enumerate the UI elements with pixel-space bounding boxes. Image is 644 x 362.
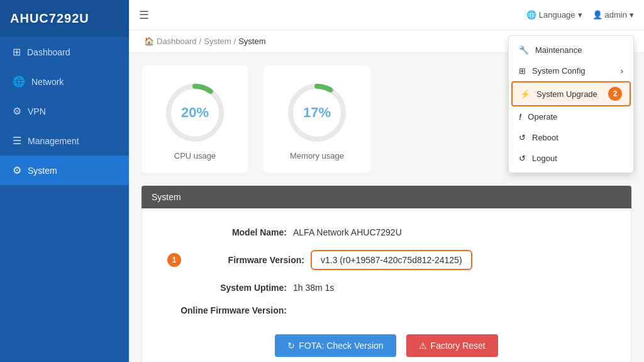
memory-gauge: 17% xyxy=(282,78,352,147)
sidebar-label-dashboard: Dashboard xyxy=(27,47,70,57)
topbar-left: ☰ xyxy=(139,8,149,22)
firmware-row: 1 Firmware Version: v1.3 (r0+19587-420c7… xyxy=(142,244,631,276)
topbar: ☰ 🌐 Language ▾ 👤 admin ▾ 🔧 Maintenance ⊞ xyxy=(129,0,644,30)
operate-label: Operate xyxy=(528,112,557,122)
admin-label: admin xyxy=(605,10,627,20)
vpn-icon: ⚙ xyxy=(13,105,21,117)
sidebar-label-network: Network xyxy=(31,77,64,87)
model-name-row: Model Name: ALFA Network AHUC7292U xyxy=(142,221,631,244)
home-icon: 🏠 xyxy=(144,37,154,46)
network-icon: 🌐 xyxy=(13,76,25,88)
online-firmware-row: Online Firmware Version: xyxy=(142,299,631,322)
logout-icon: ↺ xyxy=(519,154,526,163)
annotation-bubble-2: 2 xyxy=(608,87,622,101)
breadcrumb-system1[interactable]: System xyxy=(204,37,231,46)
management-icon: ☰ xyxy=(13,135,21,147)
fota-label: FOTA: Check Version xyxy=(299,341,383,351)
dropdown-menu: 🔧 Maintenance ⊞ System Config › ⚡ System… xyxy=(508,35,634,173)
memory-gauge-card: 17% Memory usage xyxy=(264,65,370,173)
language-label: Language xyxy=(539,10,575,20)
logout-label: Logout xyxy=(532,154,557,163)
breadcrumb-sep1: / xyxy=(199,37,202,46)
uptime-row: System Uptime: 1h 38m 1s xyxy=(142,276,631,299)
model-name-value: ALFA Network AHUC7292U xyxy=(293,227,402,237)
reboot-label: Reboot xyxy=(532,133,558,142)
dropdown-system-config[interactable]: ⊞ System Config › xyxy=(509,60,633,81)
dropdown-system-upgrade[interactable]: ⚡ System Upgrade 2 xyxy=(511,81,631,106)
firmware-value-box: v1.3 (r0+19587-420c75d812-24125) xyxy=(311,250,472,270)
fota-check-button[interactable]: ↻ FOTA: Check Version xyxy=(275,334,396,357)
dropdown-maintenance[interactable]: 🔧 Maintenance xyxy=(509,40,633,60)
model-name-label: Model Name: xyxy=(167,227,293,237)
arrow-right-icon: › xyxy=(621,66,623,76)
system-section: System Model Name: ALFA Network AHUC7292… xyxy=(142,186,631,362)
sidebar-item-system[interactable]: ⚙ System xyxy=(0,156,129,185)
system-icon: ⚙ xyxy=(13,164,21,176)
breadcrumb-sep2: / xyxy=(234,37,236,46)
firmware-label: Firmware Version: xyxy=(185,255,311,265)
chevron-down-icon: ▾ xyxy=(578,10,582,20)
action-buttons-row: ↻ FOTA: Check Version ⚠ Factory Reset xyxy=(142,322,631,362)
maintenance-label: Maintenance xyxy=(535,45,582,55)
sidebar-item-network[interactable]: 🌐 Network xyxy=(0,67,129,96)
dropdown-logout[interactable]: ↺ Logout xyxy=(509,148,633,169)
firmware-value: v1.3 (r0+19587-420c75d812-24125) xyxy=(321,255,462,265)
sidebar-item-management[interactable]: ☰ Management xyxy=(0,126,129,156)
online-firmware-label: Online Firmware Version: xyxy=(167,305,293,315)
factory-reset-button[interactable]: ⚠ Factory Reset xyxy=(406,334,498,357)
hamburger-icon[interactable]: ☰ xyxy=(139,8,149,22)
section-title: System xyxy=(142,186,631,208)
section-body: Model Name: ALFA Network AHUC7292U 1 Fir… xyxy=(142,208,631,362)
breadcrumb-dashboard[interactable]: Dashboard xyxy=(157,37,197,46)
system-upgrade-label: System Upgrade xyxy=(536,89,597,99)
language-button[interactable]: 🌐 Language ▾ xyxy=(526,10,582,20)
exclaim-icon: ! xyxy=(519,112,521,122)
firmware-bubble-container: 1 xyxy=(167,253,185,267)
dropdown-reboot[interactable]: ↺ Reboot xyxy=(509,127,633,148)
admin-button[interactable]: 👤 admin ▾ xyxy=(592,10,634,20)
sidebar-item-dashboard[interactable]: ⊞ Dashboard xyxy=(0,37,129,67)
uptime-value: 1h 38m 1s xyxy=(293,283,334,293)
wrench-icon: 🔧 xyxy=(519,45,529,55)
system-config-label: System Config xyxy=(532,66,586,76)
reset-label: Factory Reset xyxy=(431,341,486,351)
cpu-gauge-card: 20% CPU usage xyxy=(142,65,248,173)
reboot-icon: ↺ xyxy=(519,133,526,142)
admin-chevron-icon: ▾ xyxy=(630,10,634,20)
cpu-label: CPU usage xyxy=(174,151,216,161)
lightning-icon: ⚡ xyxy=(520,89,530,99)
uptime-label: System Uptime: xyxy=(167,283,293,293)
annotation-bubble-1: 1 xyxy=(167,253,181,267)
grid-icon: ⊞ xyxy=(519,66,526,76)
dropdown-operate[interactable]: ! Operate xyxy=(509,106,633,127)
refresh-icon: ↻ xyxy=(287,341,295,351)
dashboard-icon: ⊞ xyxy=(13,46,21,58)
sidebar-logo: AHUC7292U xyxy=(0,0,129,37)
sidebar-label-management: Management xyxy=(28,136,79,146)
breadcrumb-current: System xyxy=(238,37,265,46)
topbar-right: 🌐 Language ▾ 👤 admin ▾ 🔧 Maintenance ⊞ S… xyxy=(526,10,634,20)
cpu-value: 20% xyxy=(181,105,209,121)
globe-icon: 🌐 xyxy=(526,10,536,20)
sidebar-item-vpn[interactable]: ⚙ VPN xyxy=(0,96,129,126)
sidebar-label-system: System xyxy=(28,166,57,176)
main-area: ☰ 🌐 Language ▾ 👤 admin ▾ 🔧 Maintenance ⊞ xyxy=(129,0,644,362)
memory-label: Memory usage xyxy=(290,151,344,161)
sidebar-label-vpn: VPN xyxy=(28,106,46,116)
warning-icon: ⚠ xyxy=(419,341,427,351)
sidebar: AHUC7292U ⊞ Dashboard 🌐 Network ⚙ VPN ☰ … xyxy=(0,0,129,362)
cpu-gauge: 20% xyxy=(160,78,230,147)
user-icon: 👤 xyxy=(592,10,602,20)
memory-value: 17% xyxy=(303,105,331,121)
